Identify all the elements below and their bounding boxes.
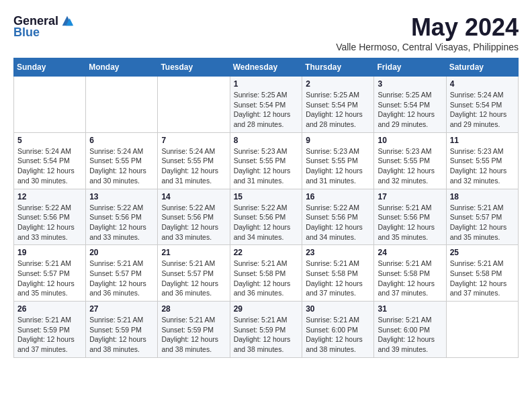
day-number: 1 [234, 79, 299, 89]
day-number: 29 [234, 304, 299, 314]
day-number: 5 [17, 136, 82, 145]
day-number: 26 [17, 304, 82, 314]
day-number: 30 [306, 304, 370, 314]
day-info: Sunrise: 5:23 AMSunset: 5:55 PMDaylight:… [450, 146, 515, 186]
calendar-cell: 21Sunrise: 5:21 AMSunset: 5:57 PMDayligh… [158, 245, 230, 302]
day-info: Sunrise: 5:21 AMSunset: 5:57 PMDaylight:… [161, 259, 226, 298]
day-info: Sunrise: 5:24 AMSunset: 5:55 PMDaylight:… [161, 146, 226, 186]
day-number: 7 [161, 136, 226, 145]
day-number: 8 [234, 136, 299, 145]
day-number: 3 [378, 79, 442, 89]
day-number: 6 [89, 136, 154, 145]
calendar-cell: 16Sunrise: 5:22 AMSunset: 5:56 PMDayligh… [302, 189, 374, 245]
day-number: 23 [306, 248, 370, 257]
calendar-cell: 25Sunrise: 5:21 AMSunset: 5:58 PMDayligh… [446, 245, 518, 302]
day-info: Sunrise: 5:21 AMSunset: 5:59 PMDaylight:… [234, 315, 299, 355]
calendar-cell: 13Sunrise: 5:22 AMSunset: 5:56 PMDayligh… [86, 189, 158, 245]
day-info: Sunrise: 5:21 AMSunset: 5:58 PMDaylight:… [306, 259, 370, 298]
day-info: Sunrise: 5:21 AMSunset: 5:59 PMDaylight:… [17, 315, 82, 355]
day-number: 25 [450, 248, 515, 257]
day-info: Sunrise: 5:21 AMSunset: 5:58 PMDaylight:… [378, 259, 442, 298]
day-info: Sunrise: 5:25 AMSunset: 5:54 PMDaylight:… [234, 90, 299, 130]
week-row-4: 19Sunrise: 5:21 AMSunset: 5:57 PMDayligh… [14, 245, 519, 302]
weekday-header-tuesday: Tuesday [158, 58, 230, 77]
calendar-cell [86, 77, 158, 133]
day-info: Sunrise: 5:22 AMSunset: 5:56 PMDaylight:… [89, 203, 154, 242]
day-info: Sunrise: 5:22 AMSunset: 5:56 PMDaylight:… [306, 203, 370, 242]
calendar-cell: 7Sunrise: 5:24 AMSunset: 5:55 PMDaylight… [158, 132, 230, 189]
calendar-cell: 6Sunrise: 5:24 AMSunset: 5:55 PMDaylight… [86, 132, 158, 189]
day-number: 31 [378, 304, 442, 314]
day-number: 14 [161, 192, 226, 201]
day-info: Sunrise: 5:23 AMSunset: 5:55 PMDaylight:… [234, 146, 299, 186]
day-info: Sunrise: 5:21 AMSunset: 5:57 PMDaylight:… [17, 259, 82, 298]
calendar-cell: 28Sunrise: 5:21 AMSunset: 5:59 PMDayligh… [158, 302, 230, 358]
title-area: May 2024 Valle Hermoso, Central Visayas,… [336, 13, 519, 52]
day-number: 11 [450, 136, 515, 145]
calendar-cell: 17Sunrise: 5:21 AMSunset: 5:56 PMDayligh… [374, 189, 446, 245]
calendar-cell: 2Sunrise: 5:25 AMSunset: 5:54 PMDaylight… [302, 77, 374, 133]
calendar-cell: 29Sunrise: 5:21 AMSunset: 5:59 PMDayligh… [230, 302, 302, 358]
calendar-cell: 1Sunrise: 5:25 AMSunset: 5:54 PMDaylight… [230, 77, 302, 133]
day-info: Sunrise: 5:22 AMSunset: 5:56 PMDaylight:… [161, 203, 226, 242]
calendar-cell: 4Sunrise: 5:24 AMSunset: 5:54 PMDaylight… [446, 77, 518, 133]
month-title: May 2024 [336, 13, 519, 42]
week-row-1: 1Sunrise: 5:25 AMSunset: 5:54 PMDaylight… [14, 77, 519, 133]
calendar-cell: 26Sunrise: 5:21 AMSunset: 5:59 PMDayligh… [14, 302, 86, 358]
calendar-cell: 9Sunrise: 5:23 AMSunset: 5:55 PMDaylight… [302, 132, 374, 189]
day-number: 28 [161, 304, 226, 314]
day-number: 15 [234, 192, 299, 201]
day-number: 2 [306, 79, 370, 89]
weekday-header-friday: Friday [374, 58, 446, 77]
day-info: Sunrise: 5:21 AMSunset: 5:57 PMDaylight:… [89, 259, 154, 298]
day-info: Sunrise: 5:21 AMSunset: 5:58 PMDaylight:… [234, 259, 299, 298]
calendar-table: SundayMondayTuesdayWednesdayThursdayFrid… [13, 58, 519, 358]
location-title: Valle Hermoso, Central Visayas, Philippi… [336, 42, 519, 52]
calendar-cell [14, 77, 86, 133]
day-number: 24 [378, 248, 442, 257]
day-info: Sunrise: 5:21 AMSunset: 5:59 PMDaylight:… [161, 315, 226, 355]
day-number: 27 [89, 304, 154, 314]
day-info: Sunrise: 5:21 AMSunset: 5:58 PMDaylight:… [450, 259, 515, 298]
calendar-cell [446, 302, 518, 358]
day-number: 9 [306, 136, 370, 145]
day-info: Sunrise: 5:25 AMSunset: 5:54 PMDaylight:… [306, 90, 370, 130]
calendar-cell: 24Sunrise: 5:21 AMSunset: 5:58 PMDayligh… [374, 245, 446, 302]
weekday-header-sunday: Sunday [14, 58, 86, 77]
page-header: General Blue May 2024 Valle Hermoso, Cen… [13, 13, 519, 52]
calendar-cell: 27Sunrise: 5:21 AMSunset: 5:59 PMDayligh… [86, 302, 158, 358]
calendar-cell: 22Sunrise: 5:21 AMSunset: 5:58 PMDayligh… [230, 245, 302, 302]
day-info: Sunrise: 5:21 AMSunset: 5:59 PMDaylight:… [89, 315, 154, 355]
logo-text-blue: Blue [13, 26, 40, 40]
day-number: 22 [234, 248, 299, 257]
calendar-cell: 20Sunrise: 5:21 AMSunset: 5:57 PMDayligh… [86, 245, 158, 302]
weekday-header-row: SundayMondayTuesdayWednesdayThursdayFrid… [14, 58, 519, 77]
day-info: Sunrise: 5:24 AMSunset: 5:55 PMDaylight:… [89, 146, 154, 186]
day-number: 19 [17, 248, 82, 257]
day-info: Sunrise: 5:21 AMSunset: 5:57 PMDaylight:… [450, 203, 515, 242]
day-info: Sunrise: 5:21 AMSunset: 6:00 PMDaylight:… [378, 315, 442, 355]
logo: General Blue [13, 13, 75, 40]
calendar-cell: 15Sunrise: 5:22 AMSunset: 5:56 PMDayligh… [230, 189, 302, 245]
day-info: Sunrise: 5:24 AMSunset: 5:54 PMDaylight:… [450, 90, 515, 130]
week-row-2: 5Sunrise: 5:24 AMSunset: 5:54 PMDaylight… [14, 132, 519, 189]
day-info: Sunrise: 5:22 AMSunset: 5:56 PMDaylight:… [234, 203, 299, 242]
weekday-header-thursday: Thursday [302, 58, 374, 77]
calendar-cell: 5Sunrise: 5:24 AMSunset: 5:54 PMDaylight… [14, 132, 86, 189]
day-info: Sunrise: 5:22 AMSunset: 5:56 PMDaylight:… [17, 203, 82, 242]
day-info: Sunrise: 5:21 AMSunset: 5:56 PMDaylight:… [378, 203, 442, 242]
calendar-cell: 14Sunrise: 5:22 AMSunset: 5:56 PMDayligh… [158, 189, 230, 245]
calendar-cell [158, 77, 230, 133]
weekday-header-wednesday: Wednesday [230, 58, 302, 77]
calendar-cell: 30Sunrise: 5:21 AMSunset: 6:00 PMDayligh… [302, 302, 374, 358]
calendar-cell: 3Sunrise: 5:25 AMSunset: 5:54 PMDaylight… [374, 77, 446, 133]
calendar-cell: 8Sunrise: 5:23 AMSunset: 5:55 PMDaylight… [230, 132, 302, 189]
day-number: 10 [378, 136, 442, 145]
day-number: 17 [378, 192, 442, 201]
calendar-cell: 18Sunrise: 5:21 AMSunset: 5:57 PMDayligh… [446, 189, 518, 245]
day-number: 16 [306, 192, 370, 201]
week-row-5: 26Sunrise: 5:21 AMSunset: 5:59 PMDayligh… [14, 302, 519, 358]
day-info: Sunrise: 5:24 AMSunset: 5:54 PMDaylight:… [17, 146, 82, 186]
day-info: Sunrise: 5:25 AMSunset: 5:54 PMDaylight:… [378, 90, 442, 130]
day-number: 4 [450, 79, 515, 89]
